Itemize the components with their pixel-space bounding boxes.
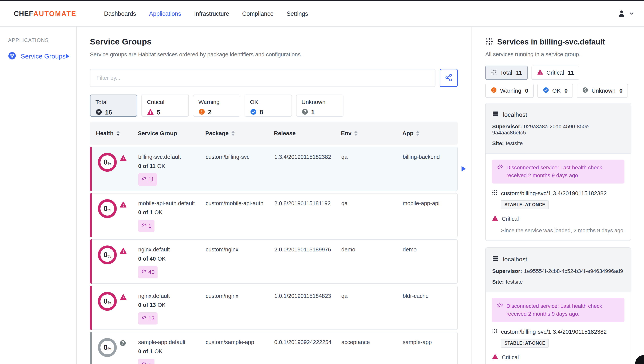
package-cell: custom/nginx — [206, 292, 274, 300]
update-strategy-chip: STABLE: AT-ONCE — [501, 339, 549, 348]
broken-link-icon — [141, 222, 146, 230]
page-title: Service Groups — [90, 37, 458, 47]
status-card-critical[interactable]: Critical 5 — [142, 95, 189, 117]
server-icon — [492, 255, 499, 263]
share-button[interactable] — [440, 69, 458, 87]
disconnected-badge[interactable]: 1 — [138, 220, 154, 232]
disconnected-badge[interactable]: 11 — [138, 173, 157, 186]
sidebar-item-label: Service Groups — [21, 53, 66, 60]
update-strategy-chip: STABLE: AT-ONCE — [501, 200, 549, 209]
column-header-app[interactable]: App — [402, 130, 458, 137]
services-icon — [485, 37, 493, 46]
ok-icon — [543, 87, 549, 95]
nav-compliance[interactable]: Compliance — [236, 1, 280, 26]
chef-automate-logo[interactable]: CHEFAUTOMATE — [14, 10, 76, 18]
pill-total[interactable]: Total11 — [485, 66, 528, 80]
service-card[interactable]: localhost Supervisor:029a3a8a-20ac-4590-… — [485, 103, 631, 241]
table-row[interactable]: 0% sample-app.default 0 of 1OK — [90, 332, 458, 364]
status-card-label: Warning — [198, 99, 235, 105]
health-donut: 0% — [98, 338, 117, 357]
table-row[interactable]: 0% nginx.default 0 of 40OK — [90, 239, 458, 284]
pill-ok[interactable]: OK0 — [538, 84, 573, 98]
disconnected-badge[interactable]: 1 — [138, 359, 154, 364]
row-expand-arrow-icon[interactable] — [462, 166, 466, 171]
panel-title: Services in billing-svc.default — [497, 38, 605, 46]
app-root: CHEFAUTOMATE Dashboards Applications Inf… — [0, 0, 644, 364]
nav-infrastructure[interactable]: Infrastructure — [188, 1, 236, 26]
health-donut: 0% — [98, 153, 117, 172]
service-card[interactable]: localhost Supervisor:1e95554f-2cb8-4c52-… — [485, 247, 631, 364]
app-cell: demo — [403, 245, 457, 254]
service-card-body: Disconnected service: Last health check … — [486, 154, 630, 240]
release-cell: 2.0.0/20190115189976 — [274, 245, 341, 254]
column-header-release[interactable]: Release — [274, 130, 341, 137]
sort-icon[interactable] — [116, 131, 120, 136]
health-cell: 0% — [90, 292, 138, 311]
critical-icon — [120, 293, 127, 311]
status-card-total[interactable]: Total 16 — [90, 95, 137, 117]
status-card-ok[interactable]: OK 8 — [244, 95, 292, 117]
chevron-right-icon — [66, 54, 70, 59]
env-cell: qa — [341, 199, 403, 208]
env-cell: qa — [341, 153, 403, 161]
ok-icon — [250, 108, 257, 116]
status-filter-cards: Total 16 Critical 5 — [90, 95, 458, 117]
panel-subtitle: All services running in a service group. — [485, 51, 631, 58]
critical-icon — [120, 201, 127, 218]
column-header-service-group[interactable]: Service Group — [138, 130, 205, 137]
status-card-warning[interactable]: Warning 2 — [193, 95, 240, 117]
sort-icon[interactable] — [231, 131, 235, 136]
health-donut: 0% — [98, 292, 117, 311]
main-nav: Dashboards Applications Infrastructure C… — [98, 1, 315, 26]
critical-icon — [120, 154, 127, 172]
main-content: Service Groups Service groups are Habita… — [77, 27, 472, 364]
service-card-body: Disconnected service: Last health check … — [486, 292, 630, 364]
app-cell: mobile-app-api — [403, 199, 457, 208]
package-cell: custom/nginx — [206, 245, 274, 254]
table-row[interactable]: 0% mobile-api-auth.default 0 of 1OK — [90, 193, 458, 237]
service-group-name: mobile-api-auth.default — [138, 199, 198, 208]
user-menu[interactable] — [617, 9, 634, 19]
pill-unknown[interactable]: Unknown0 — [577, 84, 628, 98]
package-cell: custom/billing-svc — [206, 153, 274, 161]
health-status-label: Critical — [502, 354, 519, 360]
status-card-label: Critical — [147, 99, 184, 105]
sort-icon[interactable] — [354, 131, 358, 136]
disconnected-badge[interactable]: 40 — [138, 266, 158, 278]
service-card-header: localhost Supervisor:1e95554f-2cb8-4c52-… — [486, 248, 630, 292]
unknown-icon — [302, 108, 308, 116]
table-row[interactable]: 0% nginx.default 0 of 13OK — [90, 286, 458, 330]
service-groups-icon — [8, 51, 16, 61]
filter-input[interactable] — [90, 69, 436, 87]
status-card-count: 16 — [105, 109, 112, 116]
unknown-icon — [582, 87, 588, 95]
nav-dashboards[interactable]: Dashboards — [98, 1, 142, 26]
status-card-label: OK — [250, 99, 286, 105]
service-group-cell: sample-app.default 0 of 1OK 1 — [138, 338, 206, 364]
disconnected-badge[interactable]: 13 — [138, 312, 158, 325]
health-status-note: Since the service was loaded, 2 months 9… — [501, 227, 624, 234]
panel-status-filters: Total11 Critical11 Warning0 — [485, 66, 631, 98]
supervisor-line: Supervisor:1e95554f-2cb8-4c52-b34f-e9463… — [492, 268, 624, 274]
column-header-env[interactable]: Env — [341, 130, 402, 137]
broken-link-icon — [497, 164, 503, 179]
status-card-unknown[interactable]: Unknown 1 — [296, 95, 344, 117]
warning-icon — [198, 108, 205, 116]
package-cell: custom/mobile-api-auth — [206, 199, 274, 208]
health-donut: 0% — [98, 199, 117, 218]
pill-critical[interactable]: Critical11 — [532, 66, 579, 80]
health-status-label: Critical — [502, 216, 519, 222]
nav-applications[interactable]: Applications — [142, 1, 188, 26]
release-cell: 2.0.8/20190115181192 — [274, 199, 341, 208]
release-cell: 1.3.4/20190115182382 — [274, 153, 341, 161]
host-name: localhost — [503, 111, 527, 118]
sidebar-item-service-groups[interactable]: Service Groups — [8, 51, 70, 61]
pill-warning[interactable]: Warning0 — [485, 84, 534, 98]
services-panel: Services in billing-svc.default All serv… — [472, 27, 644, 364]
nav-settings[interactable]: Settings — [280, 1, 314, 26]
column-header-health[interactable]: Health — [90, 130, 138, 137]
sort-icon[interactable] — [416, 131, 420, 136]
table-row[interactable]: 0% billing-svc.default 0 of 11OK — [90, 147, 458, 191]
critical-icon — [492, 215, 498, 223]
column-header-package[interactable]: Package — [205, 130, 274, 137]
